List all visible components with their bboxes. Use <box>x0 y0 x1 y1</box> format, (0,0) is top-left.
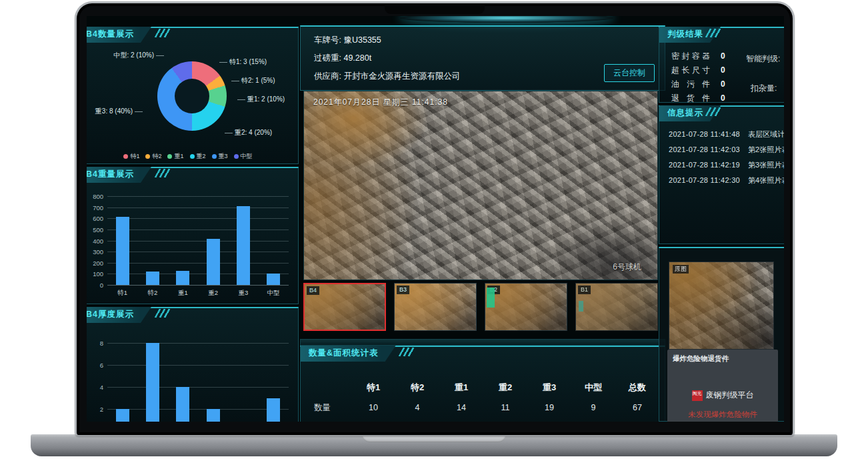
gridline <box>107 387 289 388</box>
bar-中型 <box>267 398 280 422</box>
table-cell: —— <box>571 418 615 422</box>
x-axis-category-label: 特1 <box>117 289 127 298</box>
legend-label: 重2 <box>197 152 206 161</box>
weigh-label: 过磅重: <box>314 53 341 63</box>
table-cell: 11 <box>483 398 527 418</box>
thumbnail-B1[interactable]: B1 <box>575 283 658 331</box>
laptop-camera-notch <box>385 5 485 14</box>
original-image: 原图 <box>669 262 774 350</box>
brand-platform-name: 废钢判级平台 <box>706 390 754 401</box>
thumbnail-B4[interactable]: B4 <box>303 283 386 331</box>
y-axis-tick-label: 500 <box>87 225 103 233</box>
quantity-donut-chart <box>157 61 227 131</box>
grading-label: 密封容器 <box>671 51 710 62</box>
bar-特2 <box>146 272 159 285</box>
donut-label-中型: 中型: 2 (10%) <box>113 51 164 60</box>
legend-label: 重3 <box>219 152 228 161</box>
gridline <box>107 252 289 252</box>
bar-重1 <box>176 387 189 422</box>
grading-row-油污件: 油污件0 <box>671 79 725 90</box>
legend-item-重3[interactable]: 重3 <box>212 152 228 161</box>
legend-dot-icon <box>212 154 217 159</box>
donut-label-特2: 特2: 1 (5%) <box>231 76 275 85</box>
table-header-cell: 特1 <box>351 378 395 398</box>
message-log-list: 2021-07-28 11:41:48表层区域计算成功2021-07-28 11… <box>669 129 784 185</box>
x-axis-category-label: 重1 <box>178 289 188 298</box>
table-row-label: 面积 <box>309 418 351 422</box>
table-cell: 14 <box>439 398 483 418</box>
gridline <box>107 274 289 274</box>
gridline <box>107 196 289 197</box>
impurity-deduction-label: 扣杂量: <box>751 83 777 94</box>
ptz-control-button[interactable]: 云台控制 <box>604 64 655 82</box>
table-cell: 4 <box>395 398 439 418</box>
danger-check-header: 爆炸危险物退货件 <box>673 354 729 364</box>
donut-hole <box>175 79 209 113</box>
legend-dot-icon <box>123 154 128 159</box>
table-header-cell: 重1 <box>439 378 483 398</box>
vehicle-info-panel: 车牌号: 豫U35355 过磅重: 49.280t 供应商: 开封市金火源再生资… <box>300 25 665 91</box>
x-axis-category-label: 特2 <box>148 289 158 298</box>
legend-item-重2[interactable]: 重2 <box>190 152 206 161</box>
donut-label-重3: 重3: 8 (40%) <box>95 107 143 116</box>
weigh-value: 49.280t <box>343 53 371 63</box>
log-message: 第4张照片表层开始 <box>748 176 784 184</box>
legend-item-重1[interactable]: 重1 <box>167 152 183 161</box>
gridline <box>107 409 289 410</box>
quantity-panel-title: B4数量展示 <box>87 27 151 43</box>
y-axis-tick-label: 200 <box>87 259 103 266</box>
y-axis-tick-label: 800 <box>87 193 103 200</box>
stats-table: 特1特2重1重2重3中型总数数量104141119967面积——————————… <box>309 378 659 422</box>
bar-重2 <box>207 409 220 422</box>
supplier-value: 开封市金火源再生资源有限公司 <box>343 71 460 81</box>
thumbnail-label: B1 <box>578 286 591 294</box>
donut-label-重2: 重2: 4 (20%) <box>225 128 272 137</box>
legend-label: 特1 <box>130 152 139 161</box>
table-header-cell: 重2 <box>483 378 527 398</box>
log-timestamp: 2021-07-28 11:42:30 <box>669 176 740 184</box>
messages-panel: 信息提示 2021-07-28 11:41:48表层区域计算成功2021-07-… <box>659 105 784 244</box>
thumbnail-B2[interactable]: B2 <box>485 283 567 331</box>
original-image-label: 原图 <box>673 265 689 274</box>
weight-panel: B4重量展示 0100200300400500600700800特1特2重1重2… <box>87 167 299 304</box>
quantity-panel: B4数量展示 特1: 3 (15%)特2: 1 (5%)重1: 2 (10%)重… <box>87 27 299 164</box>
brand-row: 闽光 废钢判级平台 <box>667 390 778 401</box>
legend-item-特1[interactable]: 特1 <box>123 152 139 161</box>
y-axis-tick-label: 400 <box>87 237 103 244</box>
stats-table-title: 数量&面积统计表 <box>301 346 396 362</box>
legend-item-特2[interactable]: 特2 <box>145 152 161 161</box>
legend-dot-icon <box>145 154 150 159</box>
grading-row-超长尺寸: 超长尺寸0 <box>671 65 725 76</box>
danger-check-box: 爆炸危险物退货件 闽光 废钢判级平台 未发现爆炸危险物件 <box>667 350 778 422</box>
log-message: 表层区域计算成功 <box>748 130 784 138</box>
danger-check-status: 未发现爆炸危险物件 <box>667 410 778 420</box>
bar-中型 <box>267 274 280 285</box>
table-cell: 67 <box>615 398 659 418</box>
legend-label: 中型 <box>241 152 253 161</box>
x-axis-category-label: 重3 <box>239 289 249 298</box>
y-axis-tick-label: 4 <box>87 384 103 391</box>
thumbnail-B3[interactable]: B3 <box>394 283 477 331</box>
bar-特2 <box>146 343 159 422</box>
plate-number-line: 车牌号: 豫U35355 <box>314 35 381 46</box>
grading-label: 退货件 <box>671 93 710 104</box>
brand-logo-icon: 闽光 <box>692 390 703 401</box>
grading-value: 0 <box>721 65 725 75</box>
table-header-cell <box>309 378 351 398</box>
supplier-label: 供应商: <box>314 71 341 81</box>
table-cell: —— <box>439 418 483 422</box>
camera-timestamp-overlay: 2021年07月28日 星期三 11:41:38 <box>313 97 448 108</box>
gridline <box>107 218 289 219</box>
log-message: 第3张照片表层开始 <box>748 161 784 169</box>
log-timestamp: 2021-07-28 11:42:03 <box>669 145 740 153</box>
gridline <box>107 285 289 286</box>
legend-dot-icon <box>190 154 195 159</box>
legend-item-中型[interactable]: 中型 <box>234 152 253 161</box>
y-axis-tick-label: 700 <box>87 203 103 211</box>
legend-label: 特2 <box>152 152 161 161</box>
thumbnail-marker <box>579 301 583 312</box>
donut-legend: 特1特2重1重2重3中型 <box>87 152 298 161</box>
main-camera-image: 2021年07月28日 星期三 11:41:38 6号球机 <box>303 91 658 280</box>
grading-value: 0 <box>721 93 725 103</box>
log-timestamp: 2021-07-28 11:42:19 <box>669 161 740 169</box>
